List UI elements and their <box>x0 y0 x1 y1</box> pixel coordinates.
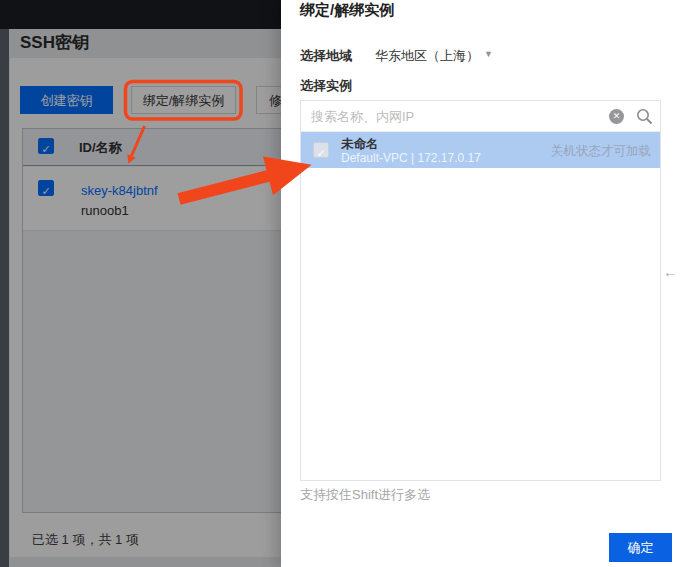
search-icon[interactable] <box>636 108 653 125</box>
confirm-button[interactable]: 确定 <box>609 533 672 562</box>
instance-list-box: ✕ ✓ 未命名 Default-VPC | 172.17.0.17 关机状态才可… <box>300 100 661 481</box>
search-input[interactable] <box>301 101 660 131</box>
region-select[interactable]: 华东地区（上海） <box>375 47 479 65</box>
bind-unbind-modal: 绑定/解绑实例 选择地域 华东地区（上海） ▼ 选择实例 ✕ ✓ 未命名 Def… <box>281 0 680 567</box>
clear-icon[interactable]: ✕ <box>609 109 624 124</box>
check-icon: ✓ <box>316 147 325 159</box>
instance-list-item[interactable]: ✓ 未命名 Default-VPC | 172.17.0.17 关机状态才可加载 <box>301 132 660 168</box>
multi-select-hint: 支持按住Shift进行多选 <box>300 486 430 504</box>
collapse-left-icon[interactable]: ← <box>663 263 678 280</box>
instance-checkbox[interactable]: ✓ <box>313 142 329 158</box>
region-label: 选择地域 <box>300 47 352 65</box>
instance-search-bar: ✕ <box>301 101 660 132</box>
instance-status-hint: 关机状态才可加载 <box>551 143 651 160</box>
chevron-down-icon[interactable]: ▼ <box>484 49 493 59</box>
modal-title: 绑定/解绑实例 <box>300 1 394 20</box>
instance-label: 选择实例 <box>300 77 352 95</box>
instance-network-detail: Default-VPC | 172.17.0.17 <box>341 151 481 165</box>
